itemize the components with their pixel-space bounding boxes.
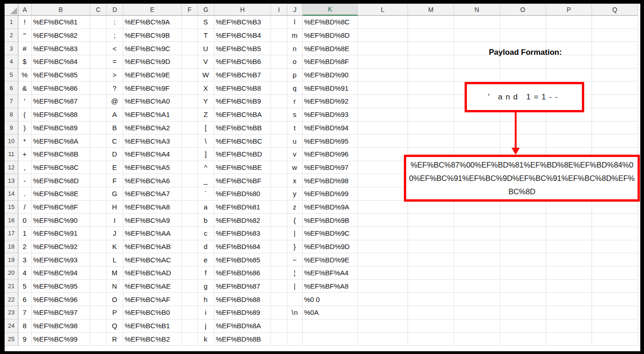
column-header-P[interactable]: P — [546, 4, 592, 16]
cell-C6[interactable] — [90, 81, 107, 95]
cell-D17[interactable]: J — [107, 227, 123, 240]
cell-D18[interactable]: K — [107, 240, 123, 254]
cell-B10[interactable]: %EF%BC%8A — [32, 134, 90, 148]
cell-G7[interactable]: Y — [198, 95, 214, 108]
cell-P16[interactable] — [546, 214, 592, 227]
cell-C22[interactable] — [90, 293, 107, 306]
cell-L17[interactable] — [358, 227, 408, 240]
cell-G22[interactable]: h — [198, 293, 214, 306]
cell-G25[interactable]: k — [198, 333, 214, 346]
cell-D4[interactable]: = — [107, 55, 123, 69]
cell-I22[interactable] — [271, 293, 288, 306]
cell-Q3[interactable] — [592, 42, 638, 55]
cell-E7[interactable]: %EF%BC%A0 — [123, 95, 182, 108]
cell-G3[interactable]: U — [198, 42, 214, 55]
cell-G17[interactable]: c — [198, 227, 214, 240]
cell-I3[interactable] — [271, 42, 288, 55]
cell-A22[interactable]: 6 — [18, 293, 32, 306]
cell-Q9[interactable] — [592, 122, 638, 135]
column-header-I[interactable]: I — [271, 4, 288, 16]
cell-I2[interactable] — [271, 29, 288, 42]
cell-O1[interactable] — [500, 16, 546, 29]
row-header-14[interactable]: 14 — [5, 187, 18, 201]
cell-K4[interactable]: %EF%BD%8F — [303, 55, 358, 69]
cell-A1[interactable]: ! — [18, 16, 32, 29]
cell-A13[interactable]: - — [18, 174, 32, 187]
cell-G10[interactable]: \ — [198, 134, 214, 148]
cell-P24[interactable] — [546, 319, 592, 333]
cell-E19[interactable]: %EF%BC%AC — [123, 253, 182, 267]
cell-O22[interactable] — [500, 293, 546, 306]
cell-F5[interactable] — [182, 69, 198, 82]
cell-F2[interactable] — [182, 29, 198, 42]
row-header-23[interactable]: 23 — [5, 306, 18, 319]
cell-Q8[interactable] — [592, 108, 638, 122]
cell-N24[interactable] — [454, 319, 500, 333]
cell-H16[interactable]: %EF%BD%82 — [214, 214, 271, 227]
cell-I15[interactable] — [271, 201, 288, 214]
cell-A20[interactable]: 4 — [18, 267, 32, 280]
cell-D15[interactable]: H — [107, 201, 123, 214]
cell-C23[interactable] — [90, 306, 107, 319]
cell-J17[interactable]: | — [288, 227, 303, 240]
column-header-F[interactable]: F — [182, 4, 198, 16]
cell-B21[interactable]: %EF%BC%95 — [32, 280, 90, 293]
cell-J12[interactable]: w — [288, 161, 303, 174]
cell-B6[interactable]: %EF%BC%86 — [32, 81, 90, 95]
cell-J23[interactable]: \n — [288, 306, 303, 319]
cell-Q22[interactable] — [592, 293, 638, 306]
cell-J5[interactable]: p — [288, 69, 303, 82]
cell-B8[interactable]: %EF%BC%88 — [32, 108, 90, 122]
cell-J8[interactable]: s — [288, 108, 303, 122]
column-header-N[interactable]: N — [454, 4, 500, 16]
cell-E9[interactable]: %EF%BC%A2 — [123, 122, 182, 135]
cell-G11[interactable]: ] — [198, 148, 214, 161]
row-header-22[interactable]: 22 — [5, 293, 18, 306]
cell-P9[interactable] — [546, 122, 592, 135]
column-header-B[interactable]: B — [32, 4, 90, 16]
cell-C7[interactable] — [90, 95, 107, 108]
cell-N4[interactable] — [454, 55, 500, 69]
cell-J20[interactable]: ¦ — [288, 267, 303, 280]
cell-A5[interactable]: % — [18, 69, 32, 82]
cell-L9[interactable] — [358, 122, 408, 135]
cell-K7[interactable]: %EF%BD%92 — [303, 95, 358, 108]
cell-P17[interactable] — [546, 227, 592, 240]
cell-I6[interactable] — [271, 81, 288, 95]
cell-L25[interactable] — [358, 333, 408, 346]
cell-H24[interactable]: %EF%BD%8A — [214, 319, 271, 333]
cell-A14[interactable]: . — [18, 187, 32, 201]
cell-J22[interactable] — [288, 293, 303, 306]
cell-K22[interactable]: %0 0 — [303, 293, 358, 306]
cell-L21[interactable] — [358, 280, 408, 293]
cell-B23[interactable]: %EF%BC%97 — [32, 306, 90, 319]
cell-Q25[interactable] — [592, 333, 638, 346]
cell-D25[interactable]: R — [107, 333, 123, 346]
cell-H3[interactable]: %EF%BC%B5 — [214, 42, 271, 55]
cell-B1[interactable]: %EF%BC%81 — [32, 16, 90, 29]
cell-I13[interactable] — [271, 174, 288, 187]
cell-M24[interactable] — [408, 319, 454, 333]
row-header-18[interactable]: 18 — [5, 240, 18, 254]
column-header-A[interactable]: A — [18, 4, 32, 16]
cell-H13[interactable]: %EF%BC%BF — [214, 174, 271, 187]
cell-G14[interactable]: ` — [198, 187, 214, 201]
cell-F7[interactable] — [182, 95, 198, 108]
cell-Q1[interactable] — [592, 16, 638, 29]
cell-J13[interactable]: x — [288, 174, 303, 187]
cell-P2[interactable] — [546, 29, 592, 42]
cell-L20[interactable] — [358, 267, 408, 280]
cell-K21[interactable]: %EF%BF%A8 — [303, 280, 358, 293]
cell-D13[interactable]: F — [107, 174, 123, 187]
cell-Q4[interactable] — [592, 55, 638, 69]
cell-A17[interactable]: 1 — [18, 227, 32, 240]
cell-J10[interactable]: u — [288, 134, 303, 148]
cell-H5[interactable]: %EF%BC%B7 — [214, 69, 271, 82]
cell-H6[interactable]: %EF%BC%B8 — [214, 81, 271, 95]
cell-M1[interactable] — [408, 16, 454, 29]
cell-D23[interactable]: P — [107, 306, 123, 319]
cell-N16[interactable] — [454, 214, 500, 227]
cell-O5[interactable] — [500, 69, 546, 82]
cell-Q21[interactable] — [592, 280, 638, 293]
cell-E8[interactable]: %EF%BC%A1 — [123, 108, 182, 122]
